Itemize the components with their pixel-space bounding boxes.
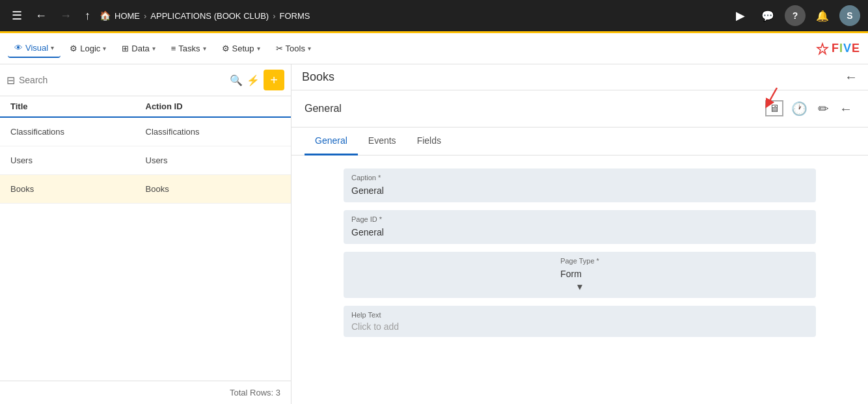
top-navigation: ☰ ← → ↑ 🏠 HOME › APPLICATIONS (BOOK CLUB… [0, 0, 868, 31]
page-type-field[interactable]: Page Type * Form ▾ [344, 252, 816, 298]
tasks-caret: ▾ [203, 45, 206, 52]
sidebar-footer: Total Rows: 3 [0, 381, 291, 404]
column-title: Title [10, 101, 146, 111]
tools-caret: ▾ [308, 45, 311, 52]
eye-icon: 👁 [14, 43, 23, 53]
tab-tasks[interactable]: ≡ Tasks ▾ [165, 40, 213, 57]
tabs-bar: General Events Fields [292, 128, 868, 155]
add-button[interactable]: + [264, 70, 284, 90]
visual-label: Visual [25, 43, 48, 53]
row-title: Books [10, 184, 146, 194]
svg-marker-0 [817, 44, 828, 54]
up-button[interactable]: ↑ [81, 7, 94, 25]
logic-icon: ⚙ [70, 44, 77, 53]
panel-back-icon[interactable]: ← [845, 70, 858, 85]
setup-label: Setup [232, 44, 254, 53]
table-header: Title Action ID [0, 96, 291, 118]
column-action-id: Action ID [146, 101, 281, 111]
panel-title: Books [302, 70, 334, 84]
app-label[interactable]: APPLICATIONS (BOOK CLUB) [150, 11, 269, 21]
setup-caret: ▾ [257, 45, 260, 52]
data-icon: ⊞ [122, 44, 129, 53]
five-logo: FIVE [816, 42, 860, 55]
total-rows: Total Rows: 3 [230, 388, 280, 397]
help-button[interactable]: ? [785, 5, 806, 26]
five-logo-text: FIVE [832, 42, 860, 55]
page-type-label: Page Type * [560, 257, 599, 265]
content-panel-header: Books ← [292, 64, 868, 90]
row-title: Users [10, 155, 146, 165]
row-action-id: Books [146, 184, 281, 194]
tab-setup[interactable]: ⚙ Setup ▾ [215, 40, 267, 57]
help-text-label: Help Text [351, 311, 808, 319]
page-type-dropdown-icon[interactable]: ▾ [577, 280, 582, 293]
logic-caret: ▾ [103, 45, 106, 52]
page-type-value: Form [560, 267, 599, 280]
page-label[interactable]: FORMS [279, 11, 310, 21]
tools-label: Tools [286, 44, 305, 53]
content-panel: Books ← General 🖥 [292, 64, 868, 404]
topnav-right-icons: ▶ 💬 ? 🔔 S [730, 5, 860, 26]
preview-icon[interactable]: 🖥 [765, 100, 783, 116]
page-id-field[interactable]: Page ID * General [344, 210, 816, 244]
data-caret: ▾ [152, 45, 156, 52]
tab-logic[interactable]: ⚙ Logic ▾ [63, 40, 113, 57]
filter-icon[interactable]: ⊟ [7, 74, 15, 87]
breadcrumb: 🏠 HOME › APPLICATIONS (BOOK CLUB) › FORM… [100, 10, 310, 21]
row-title: Classifications [10, 127, 146, 137]
page-id-value: General [351, 226, 808, 239]
page-id-label: Page ID * [351, 215, 808, 223]
search-input[interactable] [19, 75, 226, 85]
visual-caret: ▾ [51, 44, 54, 51]
section-title: General [305, 103, 342, 114]
tab-data[interactable]: ⊞ Data ▾ [115, 40, 161, 57]
bell-button[interactable]: 🔔 [812, 5, 833, 26]
breadcrumb-sep2: › [273, 11, 275, 21]
tab-tools[interactable]: ✂ Tools ▾ [269, 40, 318, 57]
menu-icon[interactable]: ☰ [8, 6, 26, 25]
logic-label: Logic [80, 44, 100, 53]
help-text-placeholder[interactable]: Click to add [351, 321, 808, 332]
tab-general[interactable]: General [305, 128, 358, 155]
caption-field[interactable]: Caption * General [344, 168, 816, 202]
form-area: Caption * General Page ID * General Page… [292, 155, 868, 350]
section-back-icon[interactable]: ← [837, 99, 855, 119]
tab-visual[interactable]: 👁 Visual ▾ [8, 39, 61, 58]
caption-label: Caption * [351, 174, 808, 182]
data-label: Data [131, 44, 149, 53]
tab-fields[interactable]: Fields [407, 128, 452, 155]
play-button[interactable]: ▶ [730, 5, 751, 26]
breadcrumb-sep1: › [144, 11, 146, 21]
search-icon[interactable]: 🔍 [230, 74, 243, 87]
help-text-field[interactable]: Help Text Click to add [344, 306, 816, 337]
section-actions: 🖥 🕐 ✏ ← [765, 98, 855, 119]
row-action-id: Users [146, 155, 281, 165]
chat-button[interactable]: 💬 [757, 5, 778, 26]
history-icon[interactable]: 🕐 [789, 98, 810, 119]
back-button[interactable]: ← [31, 7, 51, 25]
table-row[interactable]: Users Users [0, 146, 291, 175]
forward-button[interactable]: → [56, 7, 75, 25]
sidebar: ⊟ 🔍 ⚡ + Title Action ID Classifications … [0, 64, 292, 404]
five-logo-icon [816, 42, 829, 55]
row-action-id: Classifications [146, 127, 281, 137]
preview-icon-container: 🖥 [765, 103, 783, 114]
tools-icon: ✂ [276, 44, 283, 53]
home-icon: 🏠 [100, 10, 111, 21]
edit-icon[interactable]: ✏ [815, 98, 832, 119]
table-row[interactable]: Classifications Classifications [0, 118, 291, 146]
caption-value: General [351, 184, 808, 197]
sidebar-search-bar: ⊟ 🔍 ⚡ + [0, 64, 291, 96]
setup-icon: ⚙ [222, 44, 230, 53]
avatar[interactable]: S [839, 5, 860, 26]
panel-header-actions: ← [845, 70, 858, 85]
page-type-content: Page Type * Form [560, 257, 599, 280]
home-label[interactable]: HOME [115, 11, 140, 21]
secondary-toolbar: 👁 Visual ▾ ⚙ Logic ▾ ⊞ Data ▾ ≡ Tasks ▾ … [0, 33, 868, 64]
main-body: ⊟ 🔍 ⚡ + Title Action ID Classifications … [0, 64, 868, 404]
tab-events[interactable]: Events [358, 128, 407, 155]
tasks-label: Tasks [178, 44, 200, 53]
bolt-icon[interactable]: ⚡ [247, 74, 260, 87]
table-row-selected[interactable]: Books Books [0, 175, 291, 204]
tasks-icon: ≡ [171, 44, 176, 53]
